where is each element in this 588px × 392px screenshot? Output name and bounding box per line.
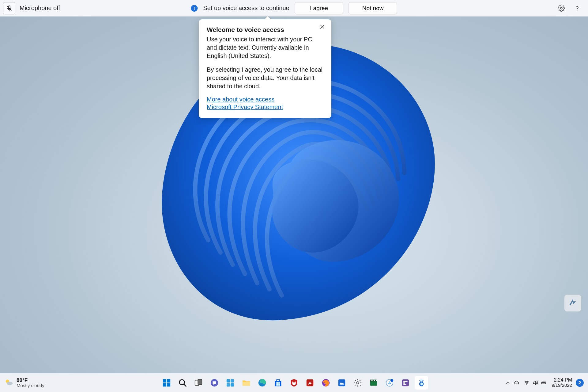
setup-message: Set up voice access to continue xyxy=(203,5,289,12)
svg-rect-9 xyxy=(163,379,166,382)
adobe-reader-button[interactable] xyxy=(303,376,317,390)
weather-icon xyxy=(4,378,13,388)
mcafee-button[interactable] xyxy=(287,376,301,390)
widgets-button[interactable] xyxy=(224,376,237,390)
voice-access-bar: Microphone off Set up voice access to co… xyxy=(0,0,588,17)
not-now-button[interactable]: Not now xyxy=(349,2,397,14)
svg-line-14 xyxy=(184,384,187,386)
start-button[interactable] xyxy=(160,376,173,390)
voice-access-center: Set up voice access to continue I agree … xyxy=(191,2,397,14)
svg-point-33 xyxy=(356,382,359,384)
svg-rect-19 xyxy=(231,379,234,382)
mic-toggle-button[interactable] xyxy=(3,2,15,14)
time: 2:24 PM xyxy=(552,378,572,383)
taskbar: 80°F Mostly cloudy A 2:24 PM 9/19/2022 xyxy=(0,373,588,392)
svg-rect-38 xyxy=(374,380,375,381)
wifi-icon[interactable] xyxy=(523,377,531,389)
popup-body-1: Use your voice to interact with your PC … xyxy=(207,35,323,60)
svg-point-2 xyxy=(560,7,562,9)
svg-rect-50 xyxy=(546,382,546,383)
chat-button[interactable] xyxy=(208,376,221,390)
svg-rect-11 xyxy=(163,383,166,386)
weather-temp: 80°F xyxy=(17,378,44,383)
weather-cond: Mostly cloudy xyxy=(17,383,44,388)
settings-button[interactable] xyxy=(351,376,364,390)
mic-status-label: Microphone off xyxy=(20,5,60,12)
volume-icon[interactable] xyxy=(531,377,539,389)
taskbar-apps: A xyxy=(160,376,428,390)
settings-icon[interactable] xyxy=(557,4,566,13)
app-one-button[interactable]: A xyxy=(383,376,396,390)
firefox-button[interactable] xyxy=(319,376,333,390)
onedrive-icon[interactable] xyxy=(512,377,520,389)
edge-button[interactable] xyxy=(255,376,269,390)
svg-point-48 xyxy=(526,384,527,385)
svg-point-4 xyxy=(577,10,578,10)
store-button[interactable] xyxy=(271,376,285,390)
notification-count[interactable]: 2 xyxy=(576,379,584,387)
task-view-button[interactable] xyxy=(192,376,205,390)
clock[interactable]: 2:24 PM 9/19/2022 xyxy=(552,378,572,388)
movies-button[interactable] xyxy=(367,376,380,390)
help-icon[interactable] xyxy=(573,4,582,13)
svg-point-13 xyxy=(179,379,185,385)
popup-body-2: By selecting I agree, you agree to the l… xyxy=(207,66,323,90)
svg-rect-26 xyxy=(276,382,278,384)
weather-widget[interactable]: 80°F Mostly cloudy xyxy=(4,378,44,388)
svg-rect-46 xyxy=(403,383,406,385)
svg-rect-18 xyxy=(227,379,230,382)
svg-rect-28 xyxy=(276,384,278,386)
svg-rect-39 xyxy=(376,380,377,381)
svg-rect-29 xyxy=(278,384,280,386)
svg-rect-51 xyxy=(542,382,545,383)
system-tray: 2:24 PM 9/19/2022 2 xyxy=(504,377,584,389)
search-button[interactable] xyxy=(176,376,189,390)
agree-button[interactable]: I agree xyxy=(295,2,343,14)
svg-rect-45 xyxy=(403,381,407,382)
clipchamp-button[interactable] xyxy=(399,376,412,390)
svg-rect-12 xyxy=(167,383,170,386)
more-about-link[interactable]: More about voice access xyxy=(207,96,323,103)
popup-title: Welcome to voice access xyxy=(207,26,323,33)
svg-rect-10 xyxy=(167,379,170,382)
svg-rect-20 xyxy=(227,383,230,386)
info-icon xyxy=(191,5,198,12)
svg-point-42 xyxy=(390,379,393,382)
svg-rect-43 xyxy=(402,379,409,386)
date: 9/19/2022 xyxy=(552,383,572,388)
svg-rect-27 xyxy=(278,382,280,384)
file-explorer-button[interactable] xyxy=(239,376,253,390)
svg-rect-32 xyxy=(338,379,345,386)
voice-access-button[interactable] xyxy=(415,376,428,390)
tray-overflow-icon[interactable] xyxy=(504,377,512,389)
screenshot-tool-button[interactable] xyxy=(335,376,349,390)
svg-rect-22 xyxy=(243,382,250,386)
svg-rect-16 xyxy=(198,379,202,384)
svg-rect-21 xyxy=(231,383,234,386)
svg-point-8 xyxy=(7,382,13,385)
privacy-link[interactable]: Microsoft Privacy Statement xyxy=(207,104,323,111)
svg-rect-36 xyxy=(371,380,372,381)
close-icon[interactable] xyxy=(319,24,326,31)
desktop-side-widget[interactable] xyxy=(564,295,581,312)
svg-rect-37 xyxy=(372,380,373,381)
voice-access-popup: Welcome to voice access Use your voice t… xyxy=(199,19,331,118)
battery-icon[interactable] xyxy=(540,377,548,389)
